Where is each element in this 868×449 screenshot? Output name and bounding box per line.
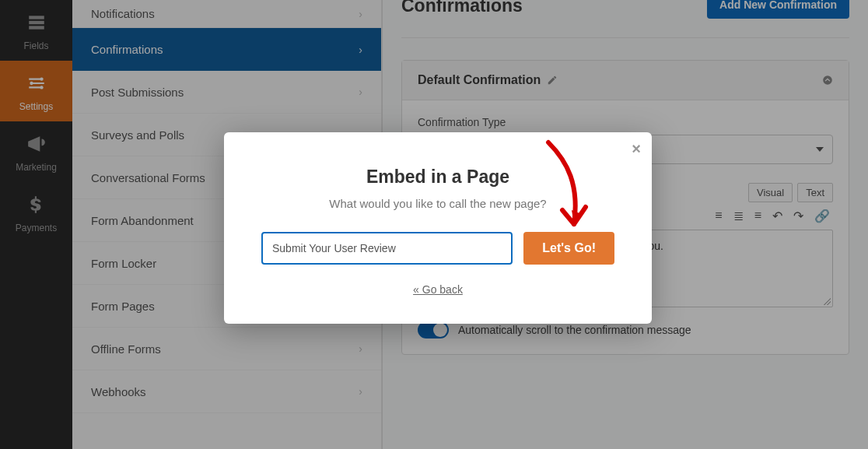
close-icon[interactable]: × — [632, 140, 641, 158]
embed-modal: × Embed in a Page What would you like to… — [224, 132, 652, 324]
modal-subtitle: What would you like to call the new page… — [261, 197, 614, 210]
lets-go-button[interactable]: Let's Go! — [523, 232, 614, 265]
page-name-input[interactable] — [261, 232, 513, 265]
modal-title: Embed in a Page — [261, 167, 614, 188]
go-back-link[interactable]: « Go back — [261, 283, 614, 296]
